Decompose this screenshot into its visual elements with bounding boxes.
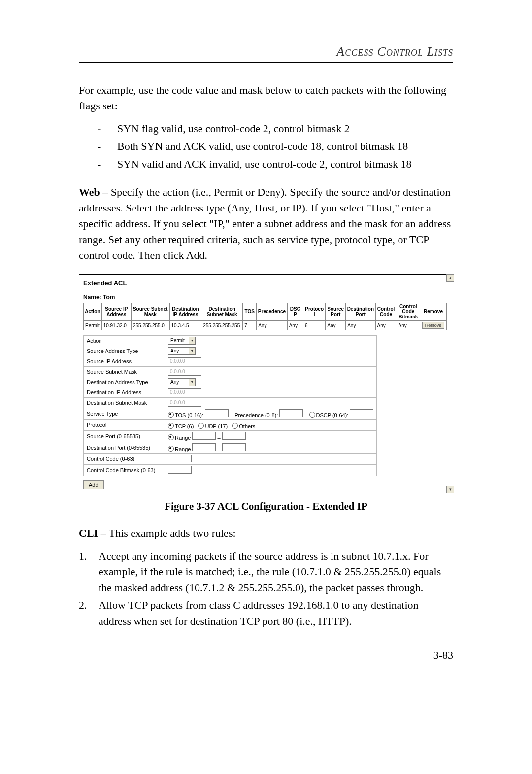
cli-intro: CLI – This example adds two rules: (79, 526, 453, 541)
header-rule (79, 62, 453, 63)
scroll-down-icon[interactable]: ▾ (446, 486, 454, 493)
tos-radio[interactable] (168, 412, 174, 418)
tos-input[interactable] (205, 409, 229, 417)
dst-ip-input[interactable]: 0.0.0.0 (168, 388, 201, 396)
list-item: Both SYN and ACK valid, use control-code… (79, 139, 453, 154)
acl-name-row: Name: Tom (83, 294, 447, 301)
acl-form: Action Permit Source Address Type Any So… (83, 335, 377, 476)
ccode-input[interactable] (168, 455, 192, 462)
add-button[interactable]: Add (83, 480, 104, 489)
rules-table: ActionSource IP Address Source Subnet Ma… (83, 303, 447, 331)
dport-to-input[interactable] (222, 443, 246, 451)
web-label: Web (79, 186, 100, 198)
page-header: Access Control Lists (79, 44, 453, 59)
figure-extended-acl: ▴ ▾ Extended ACL Name: Tom ActionSource … (79, 274, 453, 494)
scrollbar[interactable]: ▴ ▾ (446, 274, 453, 494)
cmask-input[interactable] (168, 466, 192, 474)
dport-from-input[interactable] (192, 443, 216, 451)
list-item: Allow TCP packets from class C addresses… (79, 598, 453, 629)
cli-label: CLI (79, 527, 98, 539)
sport-to-input[interactable] (222, 432, 246, 440)
list-item: SYN valid and ACK invalid, use control-c… (79, 156, 453, 172)
src-type-select[interactable]: Any (168, 347, 196, 355)
prec-input[interactable] (279, 409, 303, 417)
dst-type-select[interactable]: Any (168, 378, 196, 386)
table-row: Permit 10.91.32.0 255.255.255.0 10.3.4.5… (84, 321, 447, 330)
others-radio[interactable] (232, 423, 238, 429)
tcp-radio[interactable] (168, 423, 174, 429)
dst-mask-input[interactable]: 0.0.0.0 (168, 399, 201, 407)
remove-button[interactable]: Remove (422, 322, 445, 329)
web-text: – Specify the action (i.e., Permit or De… (79, 186, 451, 261)
web-paragraph: Web – Specify the action (i.e., Permit o… (79, 184, 453, 263)
table-header-row: ActionSource IP Address Source Subnet Ma… (84, 303, 447, 321)
sport-from-input[interactable] (192, 432, 216, 440)
intro-text: For example, use the code value and mask… (79, 82, 453, 114)
figure-caption: Figure 3-37 ACL Configuration - Extended… (79, 500, 453, 513)
dscp-input[interactable] (350, 409, 373, 417)
figure-title: Extended ACL (83, 280, 447, 287)
dport-range-radio[interactable] (168, 446, 174, 452)
flag-list: SYN flag valid, use control-code 2, cont… (79, 121, 453, 172)
page-number: 3-83 (79, 649, 453, 662)
src-ip-input[interactable]: 0.0.0.0 (168, 357, 201, 365)
cli-list: Accept any incoming packets if the sourc… (79, 548, 453, 629)
udp-radio[interactable] (198, 423, 204, 429)
sport-range-radio[interactable] (168, 434, 174, 440)
list-item: Accept any incoming packets if the sourc… (79, 548, 453, 596)
dscp-radio[interactable] (309, 412, 315, 418)
action-select[interactable]: Permit (168, 337, 196, 345)
proto-input[interactable] (257, 421, 280, 428)
scroll-up-icon[interactable]: ▴ (446, 274, 454, 282)
list-item: SYN flag valid, use control-code 2, cont… (79, 121, 453, 137)
src-mask-input[interactable]: 0.0.0.0 (168, 368, 201, 376)
